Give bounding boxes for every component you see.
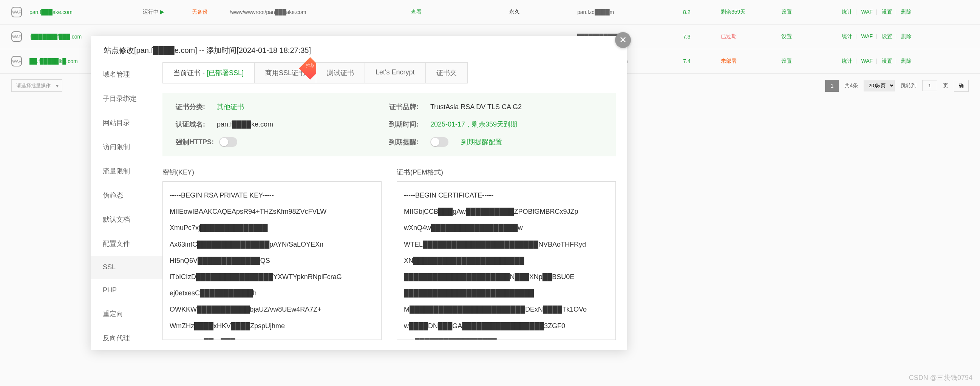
expire-remind-toggle[interactable]: [430, 137, 449, 147]
expire-remind-label: 到期提醒:: [389, 138, 425, 146]
nav-subdir[interactable]: 子目录绑定: [91, 86, 162, 111]
nav-access[interactable]: 访问限制: [91, 135, 162, 159]
ssl-tabs: 当前证书 - [已部署SSL] 商用SSL证书推荐 测试证书 Let's Enc…: [162, 62, 468, 83]
force-https-toggle[interactable]: [219, 137, 237, 147]
nav-php[interactable]: PHP: [91, 279, 162, 302]
tab-current-cert[interactable]: 当前证书 - [已部署SSL]: [163, 63, 255, 83]
nav-webdir[interactable]: 网站目录: [91, 111, 162, 135]
cert-brand-value: TrustAsia RSA DV TLS CA G2: [430, 103, 522, 111]
nav-default[interactable]: 默认文档: [91, 207, 162, 232]
auth-domain-label: 认证域名:: [176, 120, 212, 129]
modal-main: 当前证书 - [已部署SSL] 商用SSL证书推荐 测试证书 Let's Enc…: [162, 62, 627, 350]
site-edit-modal: ✕ 站点修改[pan.f████e.com] -- 添加时间[2024-01-1…: [91, 36, 627, 350]
modal-title: 站点修改[pan.f████e.com] -- 添加时间[2024-01-18 …: [91, 36, 627, 62]
close-icon[interactable]: ✕: [615, 32, 631, 48]
tab-commercial-ssl[interactable]: 商用SSL证书推荐: [255, 63, 316, 83]
cert-textarea[interactable]: [397, 181, 616, 340]
nav-proxy[interactable]: 反向代理: [91, 326, 162, 350]
nav-rewrite[interactable]: 伪静态: [91, 183, 162, 207]
tab-lets-encrypt[interactable]: Let's Encrypt: [365, 63, 425, 83]
key-label: 密钥(KEY): [162, 168, 382, 177]
expire-value: 2025-01-17，剩余359天到期: [430, 120, 517, 129]
cert-info-box: 证书分类:其他证书 证书品牌:TrustAsia RSA DV TLS CA G…: [162, 93, 616, 156]
modal-side-nav: 域名管理 子目录绑定 网站目录 访问限制 流量限制 伪静态 默认文档 配置文件 …: [91, 62, 162, 350]
nav-domain[interactable]: 域名管理: [91, 62, 162, 86]
cert-category-label: 证书分类:: [176, 102, 212, 111]
cert-category-value[interactable]: 其他证书: [217, 102, 244, 111]
nav-ssl[interactable]: SSL: [91, 256, 162, 279]
nav-redirect[interactable]: 重定向: [91, 302, 162, 326]
remind-config-link[interactable]: 到期提醒配置: [461, 138, 502, 146]
cert-label: 证书(PEM格式): [397, 168, 616, 177]
key-textarea[interactable]: [162, 181, 382, 340]
force-https-label: 强制HTTPS:: [176, 138, 214, 146]
cert-section: 密钥(KEY) 证书(PEM格式): [162, 168, 616, 341]
auth-domain-value: pan.f████ke.com: [217, 121, 273, 129]
nav-traffic[interactable]: 流量限制: [91, 159, 162, 183]
cert-brand-label: 证书品牌:: [389, 102, 425, 111]
nav-config[interactable]: 配置文件: [91, 232, 162, 256]
tab-test-cert[interactable]: 测试证书: [316, 63, 365, 83]
tab-cert-folder[interactable]: 证书夹: [426, 63, 467, 83]
expire-label: 到期时间:: [389, 120, 425, 129]
